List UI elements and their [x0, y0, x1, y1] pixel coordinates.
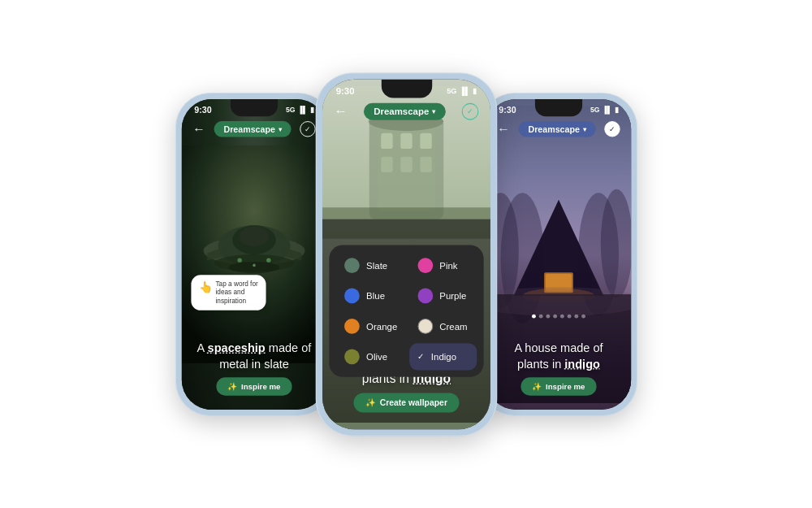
header-center: ← Dreamscape ▾ ✓ — [322, 99, 490, 124]
dot-1 — [538, 314, 542, 318]
main-text-right: A house made ofplants in indigo — [497, 340, 620, 371]
svg-rect-17 — [400, 156, 412, 172]
dot-3 — [553, 314, 557, 318]
check-button-center[interactable]: ✓ — [461, 102, 478, 119]
dot-2 — [546, 314, 550, 318]
back-button-center[interactable]: ← — [334, 103, 348, 119]
dot-5 — [567, 314, 571, 318]
dot-6 — [574, 314, 578, 318]
svg-rect-13 — [381, 132, 392, 148]
color-dot-olive — [344, 349, 360, 364]
dreamscape-pill-left[interactable]: Dreamscape ▾ — [214, 121, 291, 137]
color-option-pink[interactable]: Pink — [408, 251, 477, 278]
color-dot-pink — [417, 258, 433, 273]
tap-hint: 👆 Tap a word for ideas and inspiration — [191, 275, 266, 310]
time-left: 9:30 — [194, 105, 211, 115]
back-button-right[interactable]: ← — [497, 122, 510, 136]
phone-right: 9:30 5G ▐▌ ▮ ← Dreamscape ▾ ✓ — [480, 93, 637, 416]
notch-right — [534, 98, 581, 115]
dreamscape-pill-right[interactable]: Dreamscape ▾ — [518, 121, 595, 137]
color-picker: Slate Pink Blue Purple — [329, 245, 483, 376]
color-option-olive[interactable]: Olive — [335, 343, 405, 370]
check-button-left[interactable]: ✓ — [300, 121, 315, 137]
check-button-right[interactable]: ✓ — [604, 121, 620, 137]
inspire-button-right[interactable]: ✨ Inspire me — [520, 377, 595, 395]
inspire-button-left[interactable]: ✨ Inspire me — [216, 377, 291, 395]
color-dot-blue — [344, 288, 360, 303]
header-right: ← Dreamscape ▾ ✓ — [486, 118, 630, 141]
bottom-content-left: A spaceship made ofmetal in slate ✨ Insp… — [181, 333, 326, 409]
notch-left — [230, 98, 277, 115]
main-text-left: A spaceship made ofmetal in slate — [192, 340, 315, 371]
bottom-content-right: A house made ofplants in indigo ✨ Inspir… — [486, 333, 630, 409]
color-dot-slate — [344, 258, 360, 273]
time-right: 9:30 — [499, 105, 516, 115]
color-dot-cream — [417, 318, 433, 333]
status-icons-center: 5G ▐▌ ▮ — [447, 87, 477, 95]
color-option-purple[interactable]: Purple — [408, 282, 477, 309]
dot-0 — [532, 314, 536, 318]
header-left: ← Dreamscape ▾ ✓ — [181, 118, 326, 141]
svg-point-34 — [486, 287, 630, 316]
svg-rect-16 — [381, 156, 392, 172]
svg-rect-14 — [400, 132, 412, 148]
color-dot-orange — [344, 318, 360, 333]
color-option-slate[interactable]: Slate — [335, 251, 405, 278]
color-dot-purple — [417, 288, 433, 303]
notch-center — [381, 79, 431, 98]
dot-4 — [559, 314, 564, 318]
color-option-blue[interactable]: Blue — [335, 282, 405, 309]
time-center: 9:30 — [335, 86, 354, 96]
svg-rect-18 — [420, 156, 431, 172]
phone-left: 9:30 5G ▐▌ ▮ ← Dreamscape ▾ ✓ — [175, 93, 333, 416]
svg-rect-15 — [420, 132, 431, 148]
back-button-left[interactable]: ← — [192, 122, 205, 136]
color-option-orange[interactable]: Orange — [335, 312, 405, 339]
phones-container: 9:30 5G ▐▌ ▮ ← Dreamscape ▾ ✓ — [0, 0, 812, 508]
create-wallpaper-button[interactable]: ✨ Create wallpaper — [353, 393, 459, 412]
dot-7 — [581, 314, 585, 318]
phone-center: 9:30 5G ▐▌ ▮ ← Dreamscape ▾ ✓ — [315, 72, 497, 436]
dreamscape-pill-center[interactable]: Dreamscape ▾ — [363, 102, 445, 119]
dots-indicator — [486, 314, 630, 318]
color-option-cream[interactable]: Cream — [408, 312, 477, 339]
status-icons-left: 5G ▐▌ ▮ — [286, 106, 314, 114]
color-option-indigo[interactable]: ✓ Indigo — [408, 343, 477, 370]
status-icons-right: 5G ▐▌ ▮ — [590, 106, 619, 114]
